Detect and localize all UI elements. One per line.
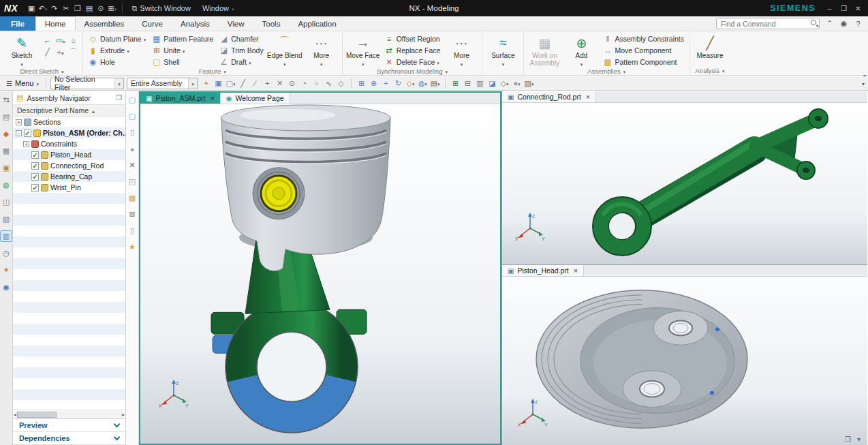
tree-item-connecting-rod[interactable]: Connecting_Rod <box>13 160 125 171</box>
close-window-icon[interactable]: ✕ <box>852 2 864 14</box>
replace-face-button[interactable]: Replace Face <box>382 44 443 56</box>
navigator-column-header[interactable]: Descriptive Part Name <box>13 105 125 117</box>
background-icon[interactable]: ▧ <box>523 78 535 89</box>
assembly-constraints-button[interactable]: Assembly Constraints <box>600 33 686 44</box>
move-component-button[interactable]: Move Component <box>600 44 686 56</box>
tab-curve[interactable]: Curve <box>133 16 172 31</box>
save-icon[interactable]: ▣ <box>25 2 37 14</box>
undock-panel-icon[interactable]: ❐ <box>116 94 122 102</box>
existing-point-icon[interactable]: ○ <box>311 78 322 89</box>
fit-window-icon[interactable]: ⊞ <box>356 78 367 89</box>
window-list-icon[interactable]: ▾ <box>857 435 861 443</box>
cut-icon[interactable]: ✂ <box>60 2 72 14</box>
selection-bar-overflow-icon[interactable] <box>862 79 865 87</box>
switch-window-button[interactable]: ⧉ Switch Window <box>127 1 195 15</box>
manufacturing-wizards-icon[interactable]: ✶ <box>1 265 12 275</box>
draft-button[interactable]: Draft <box>217 56 265 67</box>
viewport-tab-piston-head-prt[interactable]: Piston_Head.prt <box>502 265 584 276</box>
window-layout-icon[interactable]: ⊞ <box>106 2 118 14</box>
end-point-icon[interactable]: ╱ <box>237 78 249 89</box>
circle-icon[interactable]: ○ <box>67 35 79 46</box>
collapse-icon[interactable]: - <box>16 130 22 136</box>
extrude-button[interactable]: Extrude <box>86 44 148 56</box>
viewport-tab-welcome-page[interactable]: Welcome Page <box>221 93 290 104</box>
tab-assemblies[interactable]: Assemblies <box>76 16 134 31</box>
visual-reports-icon[interactable]: ▧ <box>1 214 12 224</box>
shell-button[interactable]: Shell <box>149 56 215 67</box>
preview-section-toggle[interactable]: Preview <box>13 419 125 432</box>
part-navigator-icon[interactable]: ▦ <box>1 146 12 156</box>
line-icon[interactable]: ╱ <box>42 47 53 57</box>
restore-window-icon[interactable]: ❐ <box>838 2 850 14</box>
quadrant-point-icon[interactable]: ◔ <box>298 78 310 89</box>
component-checkbox[interactable] <box>31 173 39 181</box>
point-on-surface-icon[interactable]: ◇ <box>335 78 347 89</box>
resource-bar-options-icon[interactable]: ⇆ <box>1 95 12 105</box>
immediate-hide-icon[interactable]: ⊟ <box>462 78 474 89</box>
add-component-button[interactable]: Add <box>563 33 599 67</box>
group-label-direct-sketch[interactable]: Direct Sketch <box>4 67 80 75</box>
scroll-right-icon[interactable]: ▸ <box>122 412 125 418</box>
close-tab-icon[interactable] <box>208 94 214 102</box>
wireframe-style-icon[interactable]: ◇ <box>499 78 510 89</box>
tab-application[interactable]: Application <box>289 16 345 31</box>
open-folder-icon[interactable]: ◰ <box>127 177 138 187</box>
group-label-synchronous-modeling[interactable]: Synchronous Modeling <box>345 67 480 75</box>
copy-icon[interactable]: ❐ <box>72 2 83 14</box>
redo-icon[interactable]: ↷ <box>48 2 60 14</box>
tree-item-bearing-cap[interactable]: Bearing_Cap <box>13 171 125 182</box>
delete-face-button[interactable]: Delete Face <box>382 56 443 67</box>
expand-icon[interactable]: + <box>16 119 22 125</box>
component-checkbox[interactable] <box>31 151 39 159</box>
piston-assembly-canvas[interactable]: Z X Y <box>140 104 500 444</box>
assembly-navigator-icon[interactable]: ▤ <box>1 112 12 122</box>
filter-region-icon[interactable]: ▢ <box>225 78 236 89</box>
sync-more-button[interactable]: More <box>444 33 479 67</box>
datum-cylinder-icon[interactable]: ▯ <box>127 127 138 138</box>
piston-head-canvas[interactable]: Z X Y ❐▾ <box>502 277 867 445</box>
rotate-view-icon[interactable]: ↻ <box>392 78 404 89</box>
point-on-curve-icon[interactable]: ∿ <box>323 78 335 89</box>
mid-point-icon[interactable]: ∕ <box>249 78 261 89</box>
datum-plane-button[interactable]: Datum Plane <box>86 33 148 44</box>
tab-tools[interactable]: Tools <box>253 16 290 31</box>
point-icon[interactable]: + <box>55 47 66 57</box>
shaded-style-icon[interactable]: ● <box>511 78 523 89</box>
snap-point-icon[interactable]: ⌖ <box>200 78 212 89</box>
user-profile-icon[interactable]: ◉ <box>838 18 850 30</box>
menu-button[interactable]: Menu <box>3 78 42 89</box>
viewport-piston-head[interactable]: Piston_Head.prt <box>502 265 867 445</box>
component-checkbox[interactable] <box>24 129 31 137</box>
viewport-tab-piston-asm-prt[interactable]: Piston_ASM.prt <box>140 93 221 104</box>
viewport-connecting-rod[interactable]: Connecting_Rod.prt <box>502 91 867 265</box>
minimize-window-icon[interactable]: – <box>824 2 835 14</box>
selection-filter-combo[interactable]: No Selection Filter <box>50 78 124 89</box>
connecting-rod-canvas[interactable]: Z X Y <box>502 103 867 264</box>
offset-region-button[interactable]: Offset Region <box>382 33 443 44</box>
close-x-icon[interactable]: ✕ <box>127 160 138 170</box>
roles-icon[interactable]: ▥ <box>1 231 12 241</box>
undo-icon[interactable]: ↶ <box>37 2 48 14</box>
chamfer-button[interactable]: Chamfer <box>217 33 265 44</box>
tree-item-piston-asm[interactable]: -Piston_ASM (Order: Ch... <box>13 127 125 138</box>
close-tab-icon[interactable] <box>572 266 578 275</box>
window-menu-button[interactable]: Window <box>198 1 239 15</box>
system-scene-icon[interactable]: ◉ <box>1 282 12 292</box>
component-checkbox[interactable] <box>31 184 39 191</box>
trim-body-button[interactable]: Trim Body <box>217 44 265 56</box>
capture-icon[interactable]: ⊙ <box>95 2 106 14</box>
show-hide-icon[interactable]: ⊞ <box>450 78 461 89</box>
sketch-button[interactable]: Sketch <box>4 33 40 67</box>
blank-page-icon[interactable]: ▢ <box>127 95 138 105</box>
minimize-ribbon-icon[interactable]: ⌃ <box>824 18 835 30</box>
rendering-style-icon[interactable]: ◍ <box>417 78 429 89</box>
clip-section-icon[interactable]: ◪ <box>486 78 498 89</box>
paste-icon[interactable]: ▤ <box>83 2 95 14</box>
orient-view-icon[interactable]: ◇ <box>405 78 416 89</box>
tree-item-sections[interactable]: +Sections <box>13 117 125 127</box>
group-label-analysis[interactable]: Analysis <box>692 66 728 75</box>
component-checkbox[interactable] <box>31 162 39 170</box>
navigator-horizontal-scrollbar[interactable]: ◂ ▸ <box>13 410 125 418</box>
pan-view-icon[interactable]: + <box>380 78 392 89</box>
profile-icon[interactable]: ⌐ <box>42 35 53 46</box>
